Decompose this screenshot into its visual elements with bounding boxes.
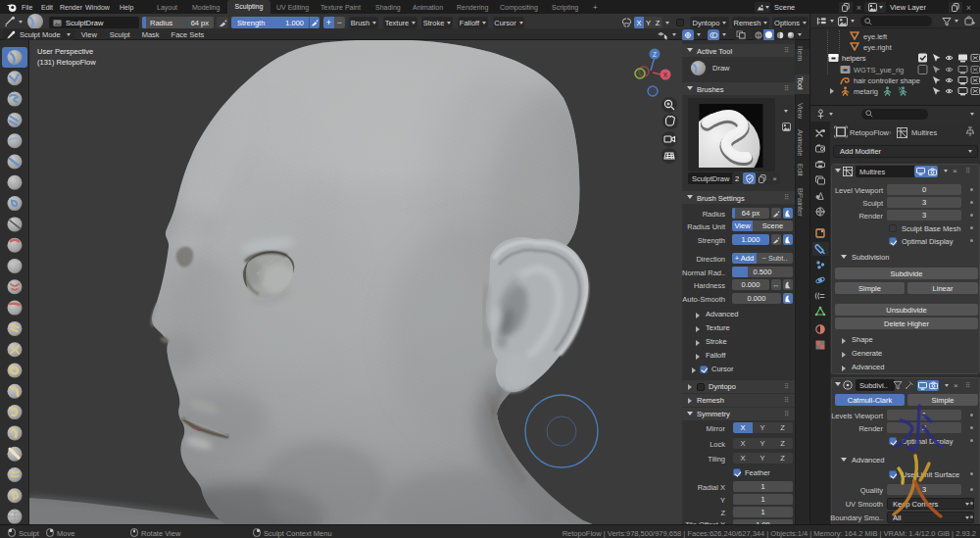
svg-text:User Perspective: User Perspective	[37, 47, 93, 56]
svg-text:(131) RetopoFlow: (131) RetopoFlow	[37, 58, 96, 67]
svg-text:Z: Z	[653, 51, 657, 58]
svg-text:X: X	[663, 72, 668, 78]
